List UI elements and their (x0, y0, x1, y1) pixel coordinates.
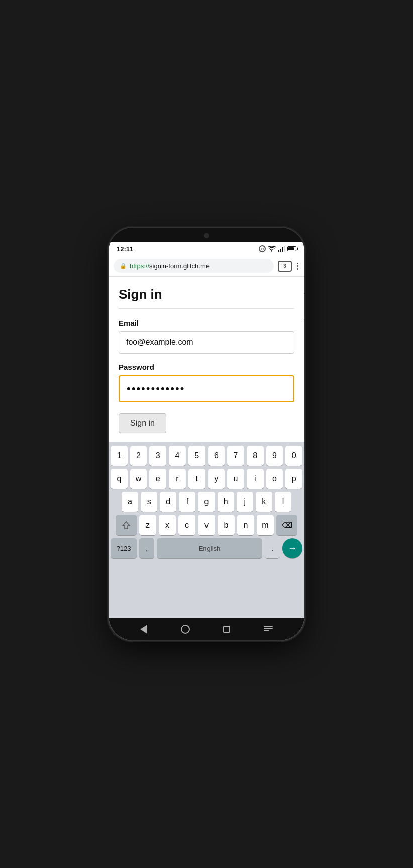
shift-key[interactable] (116, 515, 137, 535)
url-host: signin-form.glitch.me (149, 262, 210, 270)
key-y[interactable]: y (208, 469, 225, 489)
keyboard-row-numbers: 1 2 3 4 5 6 7 8 9 0 (111, 446, 302, 466)
phone-frame: 12:11 ⊘ (109, 228, 304, 640)
lock-icon: 🔒 (120, 263, 127, 269)
key-m[interactable]: m (257, 515, 274, 535)
form-divider (119, 308, 294, 309)
sign-in-button[interactable]: Sign in (119, 413, 166, 433)
volume-button (304, 293, 304, 318)
email-input[interactable] (119, 331, 294, 354)
key-1[interactable]: 1 (111, 446, 128, 466)
key-t[interactable]: t (188, 469, 205, 489)
key-v[interactable]: v (198, 515, 215, 535)
keyboard: 1 2 3 4 5 6 7 8 9 0 q w e r t y u i (109, 442, 304, 618)
key-7[interactable]: 7 (227, 446, 244, 466)
key-5[interactable]: 5 (188, 446, 205, 466)
url-scheme: https:// (130, 262, 149, 270)
nav-back-button[interactable] (140, 625, 147, 634)
home-icon (181, 625, 190, 634)
space-key[interactable]: English (157, 538, 262, 558)
password-input[interactable]: •••••••••••• (119, 375, 294, 402)
key-k[interactable]: k (256, 492, 272, 512)
key-e[interactable]: e (149, 469, 166, 489)
email-field-group: Email (119, 319, 294, 354)
phone-top-bar (109, 228, 304, 242)
key-o[interactable]: o (266, 469, 283, 489)
browser-menu[interactable] (296, 262, 299, 271)
url-text: https://signin-form.glitch.me (130, 262, 210, 270)
key-0[interactable]: 0 (285, 446, 302, 466)
key-g[interactable]: g (198, 492, 215, 512)
battery-icon (287, 246, 296, 251)
comma-key[interactable]: , (139, 538, 154, 558)
keyboard-icon (264, 626, 273, 632)
nav-bar (109, 618, 304, 640)
nav-home-button[interactable] (181, 625, 190, 634)
delete-key[interactable]: ⌫ (276, 515, 297, 535)
back-icon (140, 625, 147, 634)
keyboard-row-asdf: a s d f g h j k l (111, 492, 302, 512)
key-x[interactable]: x (159, 515, 176, 535)
dnd-icon: ⊘ (259, 245, 266, 252)
key-8[interactable]: 8 (247, 446, 264, 466)
key-u[interactable]: u (227, 469, 244, 489)
key-r[interactable]: r (169, 469, 186, 489)
key-2[interactable]: 2 (130, 446, 147, 466)
key-4[interactable]: 4 (169, 446, 186, 466)
key-d[interactable]: d (160, 492, 176, 512)
camera-dot (204, 233, 209, 238)
key-w[interactable]: w (130, 469, 147, 489)
key-j[interactable]: j (237, 492, 253, 512)
key-p[interactable]: p (285, 469, 302, 489)
password-label: Password (119, 363, 294, 371)
svg-point-0 (271, 250, 272, 251)
svg-marker-1 (123, 522, 130, 529)
key-n[interactable]: n (237, 515, 254, 535)
signal-icon (278, 246, 285, 252)
status-bar: 12:11 ⊘ (109, 242, 304, 256)
key-z[interactable]: z (139, 515, 156, 535)
keyboard-row-bottom: ?123 , English . → (111, 538, 302, 558)
page-title: Sign in (119, 287, 294, 302)
key-h[interactable]: h (218, 492, 234, 512)
key-s[interactable]: s (141, 492, 157, 512)
key-b[interactable]: b (218, 515, 235, 535)
form-content: Sign in Email Password •••••••••••• Sign… (109, 277, 304, 442)
browser-bar: 🔒 https://signin-form.glitch.me 3 (109, 256, 304, 276)
key-c[interactable]: c (178, 515, 195, 535)
nav-recents-button[interactable] (223, 626, 230, 633)
key-9[interactable]: 9 (266, 446, 283, 466)
key-a[interactable]: a (122, 492, 138, 512)
nav-keyboard-button[interactable] (264, 626, 273, 632)
screen: 12:11 ⊘ (109, 242, 304, 640)
recents-icon (223, 626, 230, 633)
period-key[interactable]: . (265, 538, 280, 558)
key-6[interactable]: 6 (208, 446, 225, 466)
key-3[interactable]: 3 (149, 446, 166, 466)
password-field-group: Password •••••••••••• (119, 363, 294, 402)
email-label: Email (119, 319, 294, 327)
status-time: 12:11 (117, 245, 133, 253)
keyboard-row-zxcv: z x c v b n m ⌫ (111, 515, 302, 535)
key-q[interactable]: q (111, 469, 128, 489)
key-l[interactable]: l (275, 492, 291, 512)
action-key[interactable]: → (282, 538, 302, 558)
keyboard-row-qwerty: q w e r t y u i o p (111, 469, 302, 489)
key-f[interactable]: f (179, 492, 195, 512)
status-icons: ⊘ (259, 245, 296, 252)
wifi-icon (268, 246, 276, 252)
browser-tabs[interactable]: 3 (278, 261, 292, 272)
key-i[interactable]: i (247, 469, 264, 489)
url-bar[interactable]: 🔒 https://signin-form.glitch.me (114, 259, 274, 273)
symbol-key[interactable]: ?123 (111, 538, 137, 558)
